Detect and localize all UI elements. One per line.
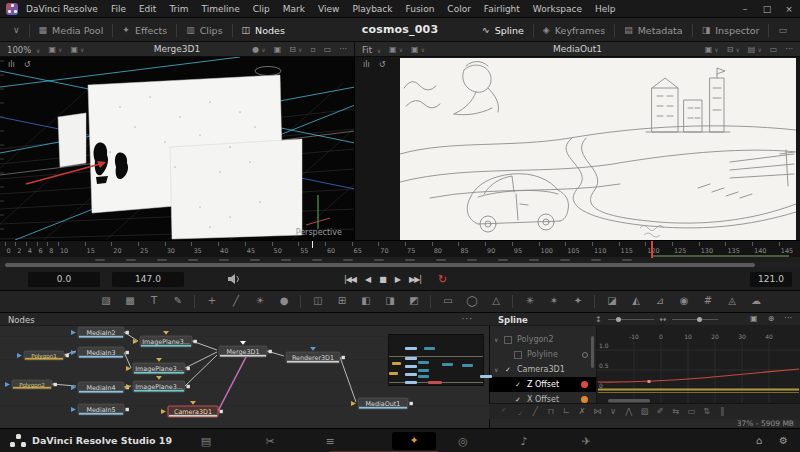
channel-bool-tool[interactable]: ◧: [358, 295, 374, 306]
menu-fusion[interactable]: Fusion: [406, 4, 435, 14]
blur-tool[interactable]: ●: [276, 295, 292, 306]
prender-tool[interactable]: ✦: [570, 295, 586, 306]
fusion-page[interactable]: ✦: [392, 432, 436, 450]
color-correct-tool[interactable]: ☀: [252, 295, 268, 306]
playhead[interactable]: [651, 241, 653, 258]
split-wipe-button[interactable]: ▤∨: [748, 45, 762, 54]
sort-icon[interactable]: ⇅: [700, 406, 714, 416]
node-mediain5[interactable]: MediaIn5: [71, 404, 129, 415]
menu-timeline[interactable]: Timeline: [202, 4, 240, 14]
frame-button[interactable]: ▭: [770, 45, 778, 54]
lut-button[interactable]: ▫: [310, 45, 315, 54]
menu-davinci-resolve[interactable]: DaVinci Resolve: [26, 4, 98, 14]
transform-tool[interactable]: ◩: [406, 295, 422, 306]
spline-graph[interactable]: -100102030401.00.50: [596, 331, 800, 403]
time-stretch-icon[interactable]: ⇆: [669, 406, 683, 416]
image-plane-left[interactable]: [58, 113, 86, 167]
node-polygon2[interactable]: Polygon2: [5, 380, 57, 389]
zoom-region-button[interactable]: ⊕: [768, 314, 775, 323]
menu-view[interactable]: View: [318, 4, 339, 14]
paint-tool[interactable]: ✎: [170, 295, 186, 306]
slider-knob[interactable]: [616, 317, 621, 322]
menu-help[interactable]: Help: [595, 4, 616, 14]
frame-box-icon[interactable]: ▭: [684, 406, 698, 416]
keyframes-button[interactable]: ◈Keyframes: [534, 18, 614, 42]
valley-icon[interactable]: ∨: [606, 406, 620, 416]
chat-button[interactable]: ▭: [769, 18, 796, 42]
slider-knob[interactable]: [697, 317, 702, 322]
node-mediain4[interactable]: MediaIn4: [71, 382, 129, 393]
ease-out-icon[interactable]: ◞: [513, 406, 527, 416]
app-logo-icon[interactable]: [6, 3, 18, 15]
metadata-button[interactable]: ▤Metadata: [615, 18, 692, 42]
matte-control-tool[interactable]: ◨: [382, 295, 398, 306]
menu-fairlight[interactable]: Fairlight: [484, 4, 520, 14]
goto-end-button[interactable]: ▶▶|: [409, 275, 421, 284]
linear-icon[interactable]: ╱: [528, 406, 542, 416]
menu-workspace[interactable]: Workspace: [533, 4, 582, 14]
refresh-icon[interactable]: ↺: [379, 60, 386, 69]
rectangle-mask-tool[interactable]: ▭: [440, 295, 456, 306]
menu-edit[interactable]: Edit: [139, 4, 156, 14]
peak-icon[interactable]: ⋀: [622, 406, 636, 416]
media-page[interactable]: ▤: [196, 435, 216, 448]
left-viewer-3d-viewport[interactable]: ılı↺ Perspective: [0, 57, 355, 240]
range-start-field[interactable]: 0.0: [28, 272, 100, 287]
shape3d-tool[interactable]: ◭: [628, 295, 644, 306]
spline-track-camera3d1[interactable]: ∨✓Camera3D1: [489, 362, 596, 377]
keyframe-point[interactable]: [648, 380, 651, 383]
ellipse-mask-tool[interactable]: ◯: [464, 295, 480, 306]
shape-box-icon[interactable]: ▧: [637, 406, 651, 416]
vertical-zoom-slider[interactable]: [608, 319, 654, 320]
spot-light-tool[interactable]: ◬: [724, 295, 740, 306]
spline-button[interactable]: ∿Spline: [473, 18, 533, 42]
track-checkbox[interactable]: [514, 351, 522, 359]
channel-select[interactable]: ●∨: [252, 45, 265, 54]
menu-playback[interactable]: Playback: [352, 4, 392, 14]
node-imageplane3[interactable]: ImagePlane3...: [126, 376, 190, 392]
cut-page[interactable]: ✂: [260, 435, 280, 448]
time-ruler[interactable]: 0246810152025303540455055606570758085909…: [0, 240, 800, 257]
tracker-tool[interactable]: +: [204, 295, 220, 306]
spline-h-scrollbar[interactable]: [608, 399, 650, 403]
tree-scrollbar[interactable]: [591, 336, 594, 368]
step-in-icon[interactable]: ⊓: [544, 406, 558, 416]
menu-color[interactable]: Color: [447, 4, 471, 14]
spline-options-menu[interactable]: ···: [784, 314, 792, 323]
camera3d-tool[interactable]: #: [700, 295, 716, 306]
node-merge3d1[interactable]: Merge3D1: [219, 341, 272, 357]
step-out-icon[interactable]: ∟: [559, 406, 573, 416]
viewer-options-menu[interactable]: ···: [785, 45, 793, 54]
fog3d-tool[interactable]: ☁: [748, 295, 764, 306]
polygon-mask-tool[interactable]: △: [488, 295, 504, 306]
edit-page[interactable]: ≡: [320, 435, 340, 448]
menu-mark[interactable]: Mark: [283, 4, 305, 14]
node-m-ediain3[interactable]: M​ediaIn3: [71, 347, 129, 358]
zoom-fit-button[interactable]: ▣: [750, 314, 758, 323]
inspector-button[interactable]: ◨Inspector: [693, 18, 769, 42]
frame-button[interactable]: ▭: [324, 45, 332, 54]
ease-in-icon[interactable]: ◜: [497, 406, 511, 416]
refresh-icon[interactable]: ↺: [24, 60, 31, 69]
node-imageplane3[interactable]: ImagePlane3...: [133, 331, 197, 347]
horizontal-zoom-slider[interactable]: [672, 319, 718, 320]
menu-clip[interactable]: Clip: [253, 4, 270, 14]
speaker-icon[interactable]: [228, 274, 240, 284]
point-light-tool[interactable]: ◉: [676, 295, 692, 306]
close-button[interactable]: ×: [778, 4, 800, 14]
current-frame-field[interactable]: 121.0: [750, 272, 792, 287]
loop-button[interactable]: ↻: [438, 273, 447, 286]
merge-tool[interactable]: ◫: [310, 295, 326, 306]
lock-button[interactable]: ⊟∨: [727, 45, 740, 54]
particles-tool[interactable]: ✳: [522, 295, 538, 306]
menu-trim[interactable]: Trim: [169, 4, 188, 14]
track-checkbox[interactable]: [504, 336, 512, 344]
text-tool[interactable]: T: [146, 295, 162, 306]
histogram-icon[interactable]: ılı: [8, 60, 15, 69]
node-renderer3d1[interactable]: Renderer3D1: [286, 347, 345, 363]
node-imageplane3[interactable]: ImagePlane3...: [126, 358, 190, 374]
node-navigator-minimap[interactable]: [388, 334, 484, 386]
node-polygon1[interactable]: Polygon1: [17, 351, 69, 360]
spline-track-z-offset[interactable]: ✓Z Offset: [489, 377, 596, 392]
play-reverse-button[interactable]: ◀: [365, 275, 370, 284]
